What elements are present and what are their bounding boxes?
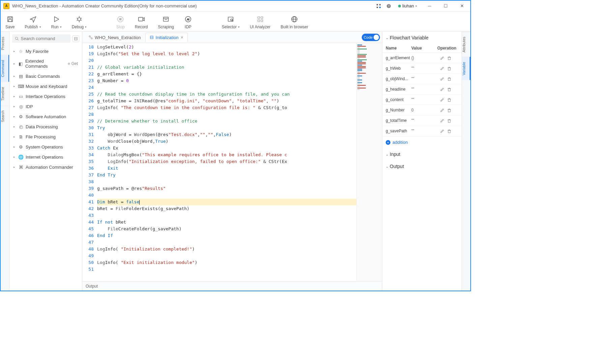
code-line[interactable]: // Determine whether to install office bbox=[97, 118, 356, 125]
code-line[interactable] bbox=[97, 192, 356, 199]
toolbar-save-button[interactable]: Save bbox=[5, 15, 14, 31]
code-line[interactable]: LogInfo( "Exit initialization module") bbox=[97, 259, 356, 266]
command-category-data-processing[interactable]: ▸◴Data Processing bbox=[9, 122, 82, 132]
output-bar[interactable]: Output bbox=[82, 281, 382, 291]
edit-icon[interactable] bbox=[440, 98, 444, 102]
code-line[interactable]: Catch Ex bbox=[97, 145, 356, 152]
add-variable-button[interactable]: + addition bbox=[382, 136, 462, 148]
code-line[interactable]: End If bbox=[97, 232, 356, 239]
code-line[interactable] bbox=[97, 111, 356, 118]
code-line[interactable]: DialogMsgBox("This example requires offi… bbox=[97, 152, 356, 158]
code-line[interactable] bbox=[97, 253, 356, 259]
delete-icon[interactable] bbox=[447, 108, 451, 112]
left-rail-timeline[interactable]: Timeline bbox=[1, 82, 9, 105]
tab-main[interactable]: WHO_News_Extraction bbox=[84, 33, 145, 42]
delete-icon[interactable] bbox=[447, 66, 451, 71]
code-line[interactable]: Try bbox=[97, 125, 356, 131]
left-rail-command[interactable]: Command bbox=[1, 55, 9, 82]
command-category-idp[interactable]: ▸◎IDP bbox=[9, 101, 82, 111]
code-line[interactable]: g_arrElement = {} bbox=[97, 71, 356, 77]
minimize-button[interactable]: ─ bbox=[424, 1, 435, 11]
toolbar-record-button[interactable]: Record bbox=[135, 15, 148, 31]
code-line[interactable] bbox=[97, 239, 356, 246]
delete-icon[interactable] bbox=[447, 129, 451, 133]
code-line[interactable] bbox=[97, 266, 356, 273]
toolbar-run-button[interactable]: Run bbox=[51, 15, 62, 31]
delete-icon[interactable] bbox=[447, 98, 451, 102]
right-rail-variable[interactable]: Variable bbox=[462, 57, 470, 80]
command-category-basic-commands[interactable]: ▸▤Basic Commands bbox=[9, 71, 82, 81]
search-command-box[interactable] bbox=[12, 34, 70, 43]
input-section[interactable]: ⌄ Input bbox=[382, 148, 462, 160]
edit-icon[interactable] bbox=[440, 77, 444, 81]
left-rail-search[interactable]: Search bbox=[1, 105, 9, 127]
command-category-file-processing[interactable]: ▸🗎File Processing bbox=[9, 132, 82, 142]
code-line[interactable]: FileCreateFolder(g_savePath) bbox=[97, 226, 356, 232]
close-button[interactable]: ✕ bbox=[456, 1, 468, 11]
help-icon[interactable]: ? bbox=[386, 3, 391, 9]
code-line[interactable] bbox=[97, 212, 356, 219]
edit-icon[interactable] bbox=[440, 119, 444, 123]
command-category-my-favorite[interactable]: ▸☆My Favorite bbox=[9, 46, 82, 56]
toolbar-idp-button[interactable]: AIIDP bbox=[184, 15, 192, 31]
code-line[interactable]: // Read the countdown display time in th… bbox=[97, 91, 356, 98]
delete-icon[interactable] bbox=[447, 77, 451, 81]
right-rail-attributes[interactable]: Attributes bbox=[462, 32, 470, 57]
edit-icon[interactable] bbox=[440, 56, 444, 60]
delete-icon[interactable] bbox=[447, 119, 451, 123]
code-line[interactable]: bRet = FileFolderExists(g_savePath) bbox=[97, 205, 356, 212]
flowchart-variable-section[interactable]: ⌄ Flowchart Variable bbox=[382, 32, 462, 44]
command-category-software-automation[interactable]: ▸⚙Software Automation bbox=[9, 111, 82, 122]
tab-close-button[interactable]: ✕ bbox=[180, 35, 183, 40]
collapse-panel-button[interactable] bbox=[72, 35, 79, 42]
toolbar-browser-button[interactable]: Built in browser bbox=[281, 15, 308, 31]
output-section[interactable]: ⌄ Output bbox=[382, 160, 462, 172]
code-line[interactable]: // Global variable initialization bbox=[97, 64, 356, 71]
maximize-button[interactable]: ☐ bbox=[440, 1, 451, 11]
user-menu[interactable]: liuhan ▾ bbox=[396, 3, 419, 8]
left-rail-process[interactable]: Process bbox=[1, 32, 9, 55]
tab-init[interactable]: Initialization✕ bbox=[145, 33, 188, 42]
code-line[interactable]: If not bRet bbox=[97, 219, 356, 226]
code-line[interactable]: g_totalTime = INIRead(@res"config.ini", … bbox=[97, 98, 356, 104]
command-category-mouse-and-keyboard[interactable]: ▸⌨Mouse and Keyboard bbox=[9, 81, 82, 91]
code-line[interactable]: WordClose(objWord,True) bbox=[97, 138, 356, 145]
command-category-interface-operations[interactable]: ▸▭Interface Operations bbox=[9, 91, 82, 101]
code-line[interactable]: Exit bbox=[97, 165, 356, 172]
code-line[interactable] bbox=[97, 57, 356, 64]
search-input[interactable] bbox=[21, 36, 68, 41]
code-line[interactable]: LogInfo("Set the log level to level 2") bbox=[97, 51, 356, 57]
edit-icon[interactable] bbox=[440, 108, 444, 112]
toolbar-selector-button[interactable]: Selector bbox=[222, 15, 240, 31]
code-line[interactable]: LogInfo( "Initialization completed!") bbox=[97, 246, 356, 253]
code-line[interactable]: End Try bbox=[97, 172, 356, 178]
command-category-internet-operations[interactable]: ▸🌐Internet Operations bbox=[9, 152, 82, 162]
edit-icon[interactable] bbox=[440, 87, 444, 92]
code-line[interactable]: g_Number = 0 bbox=[97, 77, 356, 84]
toolbar-debug-button[interactable]: Debug bbox=[72, 15, 87, 31]
delete-icon[interactable] bbox=[447, 87, 451, 92]
code-view-toggle[interactable]: Code bbox=[362, 34, 380, 41]
code-line[interactable]: g_savePath = @res"Results" bbox=[97, 185, 356, 192]
get-extensions-button[interactable]: +Get bbox=[67, 61, 78, 66]
command-category-system-operations[interactable]: ▸⚙System Operations bbox=[9, 142, 82, 152]
code-content[interactable]: LogSetLevel(2)LogInfo("Set the log level… bbox=[97, 43, 356, 281]
code-line[interactable]: Dim bRet = false bbox=[97, 199, 356, 205]
delete-icon[interactable] bbox=[447, 56, 451, 60]
command-category-automation-commander[interactable]: ▸⌘Automation Commander bbox=[9, 162, 82, 172]
code-line[interactable] bbox=[97, 178, 356, 185]
edit-icon[interactable] bbox=[440, 129, 444, 133]
command-category-extended-commands[interactable]: ▸◧Extended Commands+Get bbox=[9, 56, 82, 71]
minimap[interactable] bbox=[356, 43, 382, 281]
code-editor[interactable]: 1819202122232425262728293031323334353637… bbox=[82, 43, 356, 281]
toolbar-uianalyzer-button[interactable]: UI Analyzer bbox=[250, 15, 270, 31]
edit-icon[interactable] bbox=[440, 66, 444, 71]
toolbar-scraping-button[interactable]: Scraping bbox=[158, 15, 174, 31]
code-line[interactable]: objWord = WordOpen(@res"Test.docx","",""… bbox=[97, 131, 356, 138]
toolbar-publish-button[interactable]: Publish bbox=[25, 15, 41, 31]
apps-icon[interactable] bbox=[376, 3, 381, 9]
code-line[interactable]: LogSetLevel(2) bbox=[97, 44, 356, 51]
code-line[interactable]: LogInfo("Initialization exception, faile… bbox=[97, 158, 356, 165]
code-line[interactable]: LogInfo( "The countdown time in the conf… bbox=[97, 104, 356, 111]
code-line[interactable] bbox=[97, 84, 356, 91]
